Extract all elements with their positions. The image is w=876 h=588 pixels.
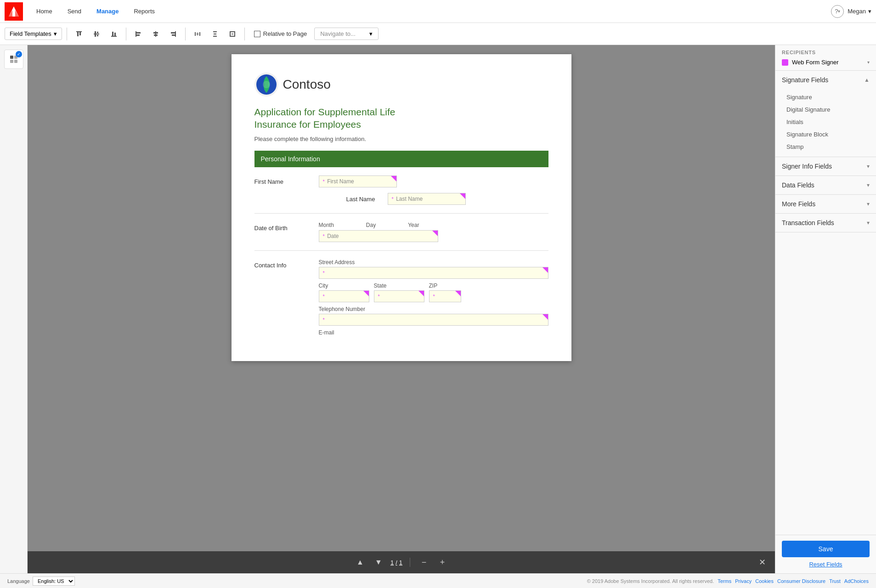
svg-rect-3 [76, 31, 82, 32]
name-fields: * First Name Last Name * Last Name [319, 175, 548, 205]
data-fields-header[interactable]: Data Fields ▾ [775, 176, 876, 194]
transaction-fields-chevron-icon: ▾ [867, 220, 870, 226]
first-name-label: First Name [254, 175, 310, 185]
data-fields-label: Data Fields [782, 181, 814, 189]
street-field[interactable]: * [319, 267, 548, 279]
last-name-field[interactable]: * Last Name [388, 193, 466, 205]
state-required-icon: * [378, 294, 380, 299]
terms-link[interactable]: Terms [718, 578, 731, 584]
dob-field[interactable]: * Date [319, 230, 438, 242]
current-page: 1 [390, 559, 394, 566]
signature-fields-header[interactable]: Signature Fields ▲ [775, 71, 876, 89]
cookies-link[interactable]: Cookies [755, 578, 774, 584]
copyright-text: © 2019 Adobe Systems Incorporated. All r… [587, 578, 714, 584]
help-button[interactable]: ? ▾ [831, 5, 844, 18]
nav-home[interactable]: Home [30, 4, 59, 18]
digital-signature-field-item[interactable]: Digital Signature [786, 103, 876, 116]
align-top-button[interactable] [72, 27, 86, 41]
divider-1 [254, 213, 548, 214]
close-button[interactable]: ✕ [759, 557, 766, 567]
save-button[interactable]: Save [782, 541, 870, 557]
web-form-signer-item[interactable]: Web Form Signer ▾ [782, 59, 870, 66]
first-name-field-corner [391, 176, 396, 181]
nav-manage[interactable]: Manage [90, 4, 125, 18]
zip-field[interactable]: * [429, 290, 461, 302]
page-number: 1 / 1 [390, 559, 402, 566]
svg-rect-34 [10, 56, 13, 59]
phone-group: Telephone Number * [319, 306, 548, 326]
page-up-button[interactable]: ▲ [354, 556, 367, 569]
align-right-button[interactable] [166, 27, 181, 41]
svg-rect-18 [153, 32, 158, 34]
first-name-required-icon: * [323, 179, 325, 184]
svg-rect-22 [172, 34, 175, 36]
reset-fields-link[interactable]: Reset Fields [782, 561, 870, 568]
svg-rect-11 [111, 36, 117, 37]
document-subtitle: Please complete the following informatio… [254, 136, 548, 142]
dob-row: Date of Birth Month Day Year * Date [254, 222, 548, 242]
svg-rect-26 [213, 31, 217, 32]
save-section: Save Reset Fields [775, 535, 876, 573]
phone-field[interactable]: * [319, 314, 548, 326]
first-name-field[interactable]: * First Name [319, 175, 397, 187]
signer-info-fields-header[interactable]: Signer Info Fields ▾ [775, 157, 876, 175]
email-group: E-mail [319, 329, 548, 336]
page-separator: / [396, 559, 397, 566]
svg-rect-36 [10, 60, 13, 63]
transaction-fields-header[interactable]: Transaction Fields ▾ [775, 214, 876, 232]
relative-to-page-toggle[interactable]: Relative to Page [249, 28, 311, 39]
navigate-dropdown[interactable]: Navigate to... ▾ [314, 28, 379, 40]
data-fields-chevron-icon: ▾ [867, 182, 870, 188]
user-area[interactable]: Megan ▾ [848, 8, 871, 15]
trust-link[interactable]: Trust [829, 578, 841, 584]
svg-rect-13 [114, 33, 116, 36]
adobe-logo [5, 2, 23, 21]
company-name: Contoso [283, 77, 331, 92]
more-fields-header[interactable]: More Fields ▾ [775, 195, 876, 213]
contact-label: Contact Info [254, 259, 310, 269]
panel-icon-fields[interactable]: ✓ [4, 50, 23, 69]
align-left-button[interactable] [131, 27, 146, 41]
svg-rect-10 [97, 35, 98, 36]
state-field[interactable]: * [374, 290, 424, 302]
city-field[interactable]: * [319, 290, 369, 302]
nav-reports[interactable]: Reports [127, 4, 161, 18]
distribute-horizontal-button[interactable] [190, 27, 205, 41]
relative-to-page-label: Relative to Page [263, 30, 307, 37]
street-field-corner [543, 267, 548, 273]
adchoices-link[interactable]: AdChoices [844, 578, 869, 584]
distribute-both-button[interactable] [225, 27, 240, 41]
svg-rect-8 [94, 34, 99, 34]
bottom-bar-inner: ▲ ▼ 1 / 1 − + ✕ [28, 556, 775, 569]
stamp-label: Stamp [786, 143, 804, 150]
privacy-link[interactable]: Privacy [735, 578, 752, 584]
svg-rect-27 [213, 36, 217, 37]
fields-section: Signature Fields ▲ Signature Digital Sig… [775, 71, 876, 535]
align-middle-button[interactable] [89, 27, 104, 41]
svg-rect-33 [232, 33, 233, 35]
signature-fields-chevron-icon: ▲ [864, 77, 870, 83]
state-label: State [374, 283, 424, 289]
footer-language-area: Language English: US [7, 577, 75, 586]
right-panel: RECIPIENTS Web Form Signer ▾ Signature F… [775, 45, 876, 573]
zoom-in-button[interactable]: + [436, 556, 449, 569]
company-logo-area: Contoso [254, 73, 548, 96]
help-icon: ? [835, 8, 838, 15]
zoom-out-button[interactable]: − [418, 556, 430, 569]
stamp-field-item[interactable]: Stamp [786, 141, 876, 153]
zip-field-corner [455, 291, 461, 296]
initials-field-item[interactable]: Initials [786, 116, 876, 128]
align-bottom-button[interactable] [107, 27, 121, 41]
align-center-button[interactable] [148, 27, 163, 41]
nav-send[interactable]: Send [61, 4, 88, 18]
language-select[interactable]: English: US [33, 577, 75, 586]
signature-field-item[interactable]: Signature [786, 91, 876, 103]
distribute-vertical-button[interactable] [208, 27, 222, 41]
svg-rect-31 [230, 31, 235, 32]
relative-checkbox-icon [254, 31, 260, 37]
page-down-button[interactable]: ▼ [372, 556, 385, 569]
field-templates-dropdown[interactable]: Field Templates ▾ [5, 28, 62, 40]
consumer-disclosure-link[interactable]: Consumer Disclosure [777, 578, 825, 584]
nav-items: Home Send Manage Reports [30, 4, 831, 18]
signature-block-field-item[interactable]: Signature Block [786, 128, 876, 141]
